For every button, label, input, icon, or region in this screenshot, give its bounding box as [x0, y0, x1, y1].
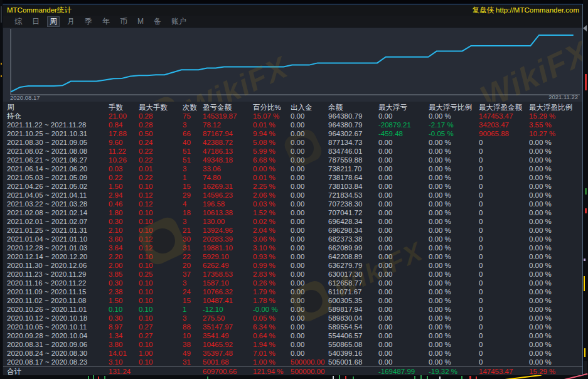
- cell: 636279.79: [328, 261, 362, 270]
- cell: 0.12: [139, 235, 152, 243]
- table-row: 2020.10.05 ~ 2020.10.118.970.278835147.9…: [3, 323, 582, 331]
- cell: 3.64: [109, 243, 122, 252]
- cell: 0.00 %: [429, 340, 451, 349]
- cell: 37: [183, 270, 191, 279]
- cell: 0.00: [291, 120, 304, 129]
- cell: 0.12: [139, 200, 152, 208]
- cell: 0.00 %: [529, 270, 552, 279]
- cell: 0.00 %: [429, 314, 451, 323]
- equity-chart: 2020.08.17 2021.11.22 WikiFX WikiFX: [3, 28, 582, 102]
- column-header: 最大浮亏: [378, 103, 407, 112]
- table-row: 2021.08.30 ~ 2021.09.059.600.244042388.7…: [3, 138, 582, 147]
- menu-item-综[interactable]: 综: [12, 17, 24, 26]
- row-period-label: 2021.10.25 ~ 2021.10.31: [7, 129, 87, 138]
- cell: 1.94 %: [253, 340, 275, 349]
- menu-item-日[interactable]: 日: [29, 17, 42, 26]
- cell: 0.10: [139, 208, 152, 217]
- cell: 0.00 %: [429, 279, 451, 287]
- cell: 3: [183, 164, 186, 173]
- cell: 3.60: [109, 235, 122, 243]
- cell: 6262.49: [203, 261, 229, 270]
- cell: 662089.99: [328, 243, 362, 252]
- title-bar[interactable]: MTCommander统计 复盘侠 http://MTCommander.com: [3, 4, 582, 16]
- cell: 3: [183, 314, 186, 323]
- cell: 18: [183, 208, 191, 217]
- cell: 0.00: [291, 261, 304, 270]
- table-row: 2021.05.03 ~ 2021.05.090.220.22174.800.0…: [3, 173, 582, 182]
- cell: 0.00 %: [529, 252, 552, 261]
- cell: 0.00 %: [429, 182, 451, 191]
- cell: 1.52 %: [253, 208, 275, 217]
- cell: 0.00: [378, 164, 392, 173]
- menu-item-账户[interactable]: 账户: [169, 17, 189, 26]
- cell: 0.00: [378, 217, 392, 226]
- row-period-label: 2020.11.02 ~ 2020.11.08: [7, 296, 87, 305]
- row-period-label: 2021.04.26 ~ 2021.05.02: [7, 182, 87, 191]
- cell: 0.00 %: [529, 208, 552, 217]
- cell: 0.50: [139, 129, 152, 138]
- cell: 7.01 %: [253, 349, 275, 358]
- cell: 0: [479, 261, 483, 270]
- cell: 0.02 %: [253, 217, 275, 226]
- cell: 0.00: [291, 314, 304, 323]
- cell: 3.85: [109, 270, 122, 279]
- cell: 964302.67: [328, 129, 362, 138]
- row-period-label: 2021.05.03 ~ 2021.05.09: [7, 173, 87, 182]
- stats-table: 周手数最大手数次数盈亏金额百分比%出入金余额最大浮亏最大浮亏比例最大浮盈金额最大…: [3, 102, 582, 375]
- cell: 21: [183, 226, 191, 235]
- cell: 0.00: [378, 305, 392, 314]
- cell: 5.99 %: [253, 147, 275, 156]
- cell: 0.00 %: [529, 164, 552, 173]
- cell: 1.00: [139, 349, 152, 358]
- cell: 0.10: [139, 340, 152, 349]
- cell: 78.12: [203, 120, 221, 129]
- cell: 75: [183, 112, 191, 120]
- cell: 0.00: [378, 173, 392, 182]
- cell: 0.00: [291, 112, 304, 120]
- column-header: 次数: [183, 103, 197, 112]
- cell: 147453.47: [479, 367, 513, 375]
- cell: 1.00 %: [253, 358, 275, 366]
- cell: 0.05 %: [253, 314, 275, 323]
- cell: 0.99 %: [253, 261, 275, 270]
- cell: 738103.84: [328, 182, 362, 191]
- cell: 6.68 %: [253, 156, 275, 164]
- cell: 0.00: [378, 226, 392, 235]
- cell: 0.12: [139, 243, 152, 252]
- cell: 0.22: [139, 173, 152, 182]
- menu-item-季[interactable]: 季: [82, 17, 95, 26]
- menu-item-币[interactable]: 币: [117, 17, 130, 26]
- cell: 0.00: [378, 323, 392, 331]
- cell: 2.38: [109, 287, 122, 296]
- cell: 10465.92: [203, 340, 233, 349]
- brand-link[interactable]: 复盘侠 http://MTCommander.com: [472, 6, 579, 15]
- cell: 0.10: [139, 182, 152, 191]
- table-row: 2021.06.21 ~ 2021.06.2710.260.225149348.…: [3, 156, 582, 164]
- table-row: 持仓21.000.2875145319.8715.07 %0.00964380.…: [3, 112, 582, 120]
- cell: 49: [183, 349, 191, 358]
- mtcommander-stats-window: MTCommander统计 复盘侠 http://MTCommander.com…: [3, 4, 583, 375]
- cell: 87167.94: [203, 129, 233, 138]
- row-period-label: 2020.11.30 ~ 2020.12.06: [7, 261, 87, 270]
- menu-item-备[interactable]: 备: [151, 17, 164, 26]
- cell: 0.00 %: [429, 200, 451, 208]
- cell: 964380.79: [328, 112, 362, 120]
- table-row: 2021.03.22 ~ 2021.03.280.460.124196.580.…: [3, 200, 582, 208]
- cell: 0.00: [378, 147, 392, 156]
- cell: 0.00 %: [529, 173, 552, 182]
- cell: 3: [183, 279, 186, 287]
- menu-item-M[interactable]: M: [135, 17, 146, 26]
- cell: 0.00: [378, 243, 392, 252]
- menu-item-年[interactable]: 年: [100, 17, 112, 26]
- menu-item-月[interactable]: 月: [65, 17, 77, 26]
- cell: 0.00 %: [429, 156, 451, 164]
- cell: 0.00: [291, 138, 304, 147]
- axis-end-date: 2021.11.22: [548, 93, 578, 100]
- menu-item-周[interactable]: 周: [47, 16, 60, 27]
- cell: 0: [479, 156, 483, 164]
- cell: 10613.38: [203, 208, 233, 217]
- cell: 3.06 %: [253, 235, 275, 243]
- cell: 0: [479, 147, 483, 156]
- cell: 0.26 %: [253, 279, 275, 287]
- cell: 1.79 %: [253, 287, 275, 296]
